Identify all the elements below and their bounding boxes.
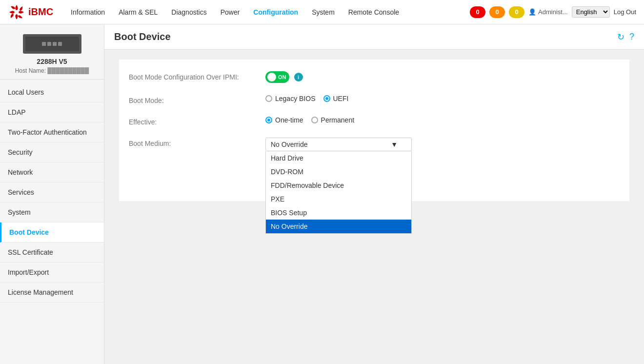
boot-mode-control: Legacy BIOS UEFI	[265, 95, 620, 102]
host-name-label: Host Name:	[15, 67, 46, 74]
sidebar-item-system[interactable]: System	[0, 202, 104, 222]
nav-remote-console[interactable]: Remote Console	[342, 5, 405, 19]
nav-menu: Information Alarm & SEL Diagnostics Powe…	[65, 5, 470, 19]
led-1	[42, 42, 46, 46]
page-actions: ↻ ?	[617, 32, 634, 42]
layout: 2288H V5 Host Name: ██████████ Local Use…	[0, 24, 644, 364]
option-dvd-rom[interactable]: DVD-ROM	[266, 165, 411, 179]
boot-mode-ipmi-toggle[interactable]: ON	[265, 71, 289, 83]
logo-area: iBMC	[8, 3, 53, 21]
sidebar-nav: Local Users LDAP Two-Factor Authenticati…	[0, 82, 104, 303]
page-title: Boot Device	[114, 31, 171, 42]
language-select[interactable]: English Chinese	[572, 6, 610, 18]
boot-mode-uefi-label: UEFI	[333, 95, 349, 102]
effective-permanent-radio[interactable]	[311, 117, 318, 123]
sidebar-item-two-factor[interactable]: Two-Factor Authentication	[0, 122, 104, 142]
effective-onetime-label: One-time	[275, 116, 303, 124]
effective-permanent-option[interactable]: Permanent	[311, 116, 354, 124]
boot-medium-control: No Override ▼ Hard Drive DVD-ROM FDD/Rem…	[265, 138, 620, 151]
device-model: 2288H V5	[4, 58, 100, 65]
led-3	[53, 42, 57, 46]
page-header: Boot Device ↻ ?	[104, 24, 644, 50]
sidebar: 2288H V5 Host Name: ██████████ Local Use…	[0, 24, 104, 364]
info-icon[interactable]: i	[294, 73, 303, 81]
sidebar-item-local-users[interactable]: Local Users	[0, 82, 104, 102]
dropdown-arrow-icon: ▼	[391, 141, 398, 148]
effective-onetime-radio[interactable]	[265, 117, 272, 123]
host-name-row: Host Name: ██████████	[4, 67, 100, 74]
badge-critical[interactable]: 0	[470, 6, 485, 18]
boot-medium-dropdown-list: Hard Drive DVD-ROM FDD/Removable Device …	[265, 151, 412, 234]
host-name-value: ██████████	[47, 67, 89, 74]
boot-mode-uefi-dot	[325, 97, 328, 100]
option-fdd[interactable]: FDD/Removable Device	[266, 179, 411, 192]
header-right: 0 0 0 👤 Administ... English Chinese Log …	[470, 6, 636, 18]
effective-control: One-time Permanent	[265, 116, 620, 124]
option-pxe[interactable]: PXE	[266, 192, 411, 206]
effective-row: Effective: One-time Permanent	[129, 116, 620, 126]
option-hard-drive[interactable]: Hard Drive	[266, 151, 411, 165]
sidebar-item-import-export[interactable]: Import/Export	[0, 263, 104, 283]
boot-mode-legacy-label: Legacy BIOS	[275, 95, 316, 102]
boot-mode-ipmi-label: Boot Mode Configuration Over IPMI:	[129, 71, 265, 81]
sidebar-item-services[interactable]: Services	[0, 182, 104, 202]
boot-medium-label: Boot Medium:	[129, 138, 265, 147]
toggle-on-label: ON	[278, 74, 286, 80]
user-icon: 👤	[528, 8, 536, 16]
device-image	[23, 34, 81, 54]
refresh-button[interactable]: ↻	[617, 32, 624, 42]
boot-mode-uefi-option[interactable]: UEFI	[323, 95, 349, 102]
nav-system[interactable]: System	[306, 5, 341, 19]
badge-major[interactable]: 0	[489, 6, 505, 18]
sidebar-item-boot-device[interactable]: Boot Device	[0, 222, 104, 243]
boot-mode-row: Boot Mode: Legacy BIOS UEFI	[129, 95, 620, 104]
boot-mode-uefi-radio[interactable]	[323, 95, 330, 102]
effective-onetime-dot	[267, 119, 270, 121]
effective-onetime-option[interactable]: One-time	[265, 116, 303, 124]
boot-medium-row: Boot Medium: No Override ▼ Hard Drive DV…	[129, 138, 620, 151]
user-name: Administ...	[538, 8, 568, 16]
help-button[interactable]: ?	[629, 32, 634, 42]
led-2	[47, 42, 51, 46]
badge-minor[interactable]: 0	[509, 6, 524, 18]
boot-mode-label: Boot Mode:	[129, 95, 265, 104]
form-section: Boot Mode Configuration Over IPMI: ON i …	[119, 60, 629, 201]
nav-alarm-sel[interactable]: Alarm & SEL	[113, 5, 163, 19]
server-illustration	[25, 37, 79, 51]
main-content: Boot Device ↻ ? Boot Mode Configuration …	[104, 24, 644, 364]
effective-label: Effective:	[129, 116, 265, 126]
nav-power[interactable]: Power	[215, 5, 246, 19]
user-area: 👤 Administ...	[528, 8, 568, 16]
nav-information[interactable]: Information	[65, 5, 111, 19]
save-label-spacer	[129, 163, 265, 165]
nav-configuration[interactable]: Configuration	[247, 5, 304, 19]
led-4	[58, 42, 62, 46]
toggle-knob	[267, 73, 276, 81]
boot-medium-dropdown-wrapper: No Override ▼ Hard Drive DVD-ROM FDD/Rem…	[265, 138, 412, 151]
sidebar-item-ssl[interactable]: SSL Certificate	[0, 243, 104, 263]
logout-button[interactable]: Log Out	[614, 8, 636, 16]
boot-medium-dropdown-trigger[interactable]: No Override ▼	[265, 138, 412, 151]
nav-diagnostics[interactable]: Diagnostics	[165, 5, 212, 19]
device-info: 2288H V5 Host Name: ██████████	[0, 29, 104, 80]
sidebar-item-license[interactable]: License Management	[0, 283, 104, 303]
option-no-override[interactable]: No Override	[266, 220, 411, 233]
sidebar-item-network[interactable]: Network	[0, 162, 104, 182]
sidebar-item-security[interactable]: Security	[0, 142, 104, 162]
boot-mode-ipmi-control: ON i	[265, 71, 620, 83]
effective-permanent-label: Permanent	[321, 116, 354, 124]
ibmc-brand-text: iBMC	[28, 6, 53, 18]
huawei-logo	[8, 3, 25, 21]
boot-mode-ipmi-row: Boot Mode Configuration Over IPMI: ON i	[129, 71, 620, 83]
header: iBMC Information Alarm & SEL Diagnostics…	[0, 0, 644, 24]
boot-medium-selected-value: No Override	[271, 141, 307, 148]
option-bios-setup[interactable]: BIOS Setup	[266, 206, 411, 220]
sidebar-item-ldap[interactable]: LDAP	[0, 102, 104, 122]
boot-mode-legacy-radio[interactable]	[265, 95, 272, 102]
boot-mode-legacy-option[interactable]: Legacy BIOS	[265, 95, 316, 102]
